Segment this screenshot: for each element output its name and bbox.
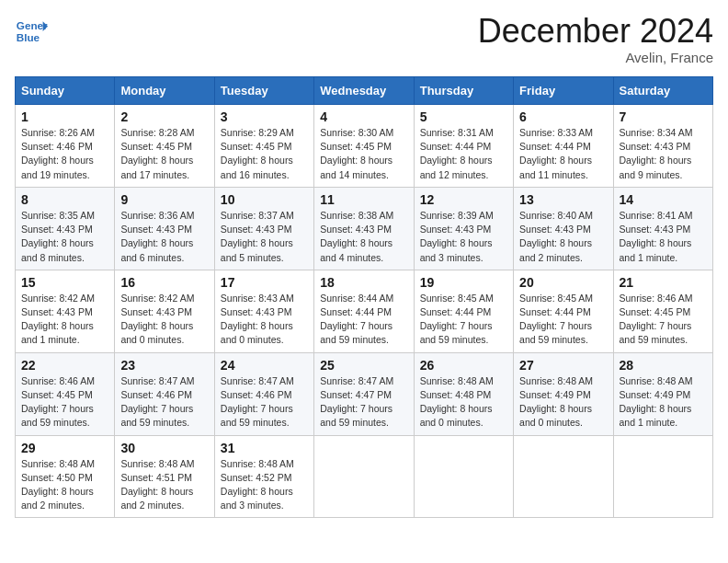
day-number: 9	[120, 192, 208, 207]
calendar-cell	[514, 435, 613, 518]
month-title: December 2024	[478, 15, 713, 48]
cell-info: Sunrise: 8:47 AMSunset: 4:47 PMDaylight:…	[320, 374, 407, 431]
week-row-1: 1Sunrise: 8:26 AMSunset: 4:46 PMDaylight…	[16, 105, 713, 188]
cell-info: Sunrise: 8:41 AMSunset: 4:43 PMDaylight:…	[620, 209, 707, 265]
cell-info: Sunrise: 8:37 AMSunset: 4:43 PMDaylight:…	[221, 209, 308, 265]
day-number: 11	[320, 192, 407, 207]
week-row-3: 15Sunrise: 8:42 AMSunset: 4:43 PMDayligh…	[16, 270, 713, 352]
calendar-cell: 19Sunrise: 8:45 AMSunset: 4:44 PMDayligh…	[414, 270, 513, 352]
cell-info: Sunrise: 8:36 AMSunset: 4:43 PMDaylight:…	[120, 209, 208, 265]
cell-info: Sunrise: 8:30 AMSunset: 4:45 PMDaylight:…	[320, 126, 407, 182]
calendar-cell: 23Sunrise: 8:47 AMSunset: 4:46 PMDayligh…	[115, 352, 214, 435]
calendar-cell: 1Sunrise: 8:26 AMSunset: 4:46 PMDaylight…	[16, 105, 115, 188]
logo-icon: General Blue	[15, 15, 48, 48]
cell-info: Sunrise: 8:48 AMSunset: 4:52 PMDaylight:…	[221, 457, 308, 513]
calendar-cell: 10Sunrise: 8:37 AMSunset: 4:43 PMDayligh…	[214, 187, 313, 270]
day-number: 19	[420, 275, 507, 290]
day-number: 3	[221, 109, 308, 124]
week-row-2: 8Sunrise: 8:35 AMSunset: 4:43 PMDaylight…	[16, 187, 713, 270]
cell-info: Sunrise: 8:48 AMSunset: 4:51 PMDaylight:…	[120, 457, 208, 513]
day-number: 2	[120, 109, 208, 124]
day-number: 22	[21, 358, 108, 373]
cell-info: Sunrise: 8:29 AMSunset: 4:45 PMDaylight:…	[221, 126, 308, 182]
calendar-cell: 2Sunrise: 8:28 AMSunset: 4:45 PMDaylight…	[115, 105, 214, 188]
cell-info: Sunrise: 8:42 AMSunset: 4:43 PMDaylight:…	[120, 292, 208, 348]
day-number: 18	[320, 275, 407, 290]
header-sunday: Sunday	[16, 77, 115, 105]
header-monday: Monday	[115, 77, 214, 105]
header-tuesday: Tuesday	[214, 77, 313, 105]
calendar-cell: 20Sunrise: 8:45 AMSunset: 4:44 PMDayligh…	[514, 270, 613, 352]
day-number: 13	[519, 192, 607, 207]
cell-info: Sunrise: 8:48 AMSunset: 4:48 PMDaylight:…	[420, 374, 507, 431]
day-number: 21	[620, 275, 707, 290]
cell-info: Sunrise: 8:44 AMSunset: 4:44 PMDaylight:…	[320, 292, 407, 348]
calendar-cell: 17Sunrise: 8:43 AMSunset: 4:43 PMDayligh…	[214, 270, 313, 352]
calendar-cell: 8Sunrise: 8:35 AMSunset: 4:43 PMDaylight…	[16, 187, 115, 270]
week-row-5: 29Sunrise: 8:48 AMSunset: 4:50 PMDayligh…	[16, 435, 713, 518]
calendar-cell: 3Sunrise: 8:29 AMSunset: 4:45 PMDaylight…	[214, 105, 313, 188]
day-number: 29	[21, 441, 108, 455]
week-row-4: 22Sunrise: 8:46 AMSunset: 4:45 PMDayligh…	[16, 352, 713, 435]
day-number: 26	[420, 358, 507, 373]
calendar-cell: 16Sunrise: 8:42 AMSunset: 4:43 PMDayligh…	[115, 270, 214, 352]
calendar-header: SundayMondayTuesdayWednesdayThursdayFrid…	[16, 77, 713, 105]
location: Avelin, France	[478, 50, 713, 65]
logo: General Blue	[15, 15, 48, 48]
calendar-cell	[314, 435, 414, 518]
calendar-table: SundayMondayTuesdayWednesdayThursdayFrid…	[15, 76, 713, 518]
calendar-cell: 30Sunrise: 8:48 AMSunset: 4:51 PMDayligh…	[115, 435, 214, 518]
day-number: 23	[120, 358, 208, 373]
cell-info: Sunrise: 8:34 AMSunset: 4:43 PMDaylight:…	[620, 126, 707, 182]
day-number: 31	[221, 441, 308, 455]
day-number: 24	[221, 358, 308, 373]
cell-info: Sunrise: 8:28 AMSunset: 4:45 PMDaylight:…	[120, 126, 208, 182]
cell-info: Sunrise: 8:46 AMSunset: 4:45 PMDaylight:…	[620, 292, 707, 348]
day-number: 14	[620, 192, 707, 207]
day-number: 16	[120, 275, 208, 290]
day-number: 7	[620, 109, 707, 124]
cell-info: Sunrise: 8:48 AMSunset: 4:49 PMDaylight:…	[519, 374, 607, 431]
calendar-cell: 14Sunrise: 8:41 AMSunset: 4:43 PMDayligh…	[613, 187, 712, 270]
day-number: 15	[21, 275, 108, 290]
calendar-cell: 25Sunrise: 8:47 AMSunset: 4:47 PMDayligh…	[314, 352, 414, 435]
day-number: 30	[120, 441, 208, 455]
calendar-cell: 31Sunrise: 8:48 AMSunset: 4:52 PMDayligh…	[214, 435, 313, 518]
calendar-cell: 27Sunrise: 8:48 AMSunset: 4:49 PMDayligh…	[514, 352, 613, 435]
cell-info: Sunrise: 8:40 AMSunset: 4:43 PMDaylight:…	[519, 209, 607, 265]
calendar-cell: 12Sunrise: 8:39 AMSunset: 4:43 PMDayligh…	[414, 187, 513, 270]
cell-info: Sunrise: 8:48 AMSunset: 4:49 PMDaylight:…	[620, 374, 707, 431]
page-header: General Blue December 2024 Avelin, Franc…	[15, 15, 713, 65]
calendar-cell: 11Sunrise: 8:38 AMSunset: 4:43 PMDayligh…	[314, 187, 414, 270]
calendar-cell: 4Sunrise: 8:30 AMSunset: 4:45 PMDaylight…	[314, 105, 414, 188]
calendar-cell: 9Sunrise: 8:36 AMSunset: 4:43 PMDaylight…	[115, 187, 214, 270]
cell-info: Sunrise: 8:47 AMSunset: 4:46 PMDaylight:…	[221, 374, 308, 431]
cell-info: Sunrise: 8:38 AMSunset: 4:43 PMDaylight:…	[320, 209, 407, 265]
cell-info: Sunrise: 8:39 AMSunset: 4:43 PMDaylight:…	[420, 209, 507, 265]
calendar-cell: 18Sunrise: 8:44 AMSunset: 4:44 PMDayligh…	[314, 270, 414, 352]
calendar-cell: 5Sunrise: 8:31 AMSunset: 4:44 PMDaylight…	[414, 105, 513, 188]
calendar-cell: 26Sunrise: 8:48 AMSunset: 4:48 PMDayligh…	[414, 352, 513, 435]
cell-info: Sunrise: 8:45 AMSunset: 4:44 PMDaylight:…	[420, 292, 507, 348]
calendar-cell: 24Sunrise: 8:47 AMSunset: 4:46 PMDayligh…	[214, 352, 313, 435]
calendar-cell: 21Sunrise: 8:46 AMSunset: 4:45 PMDayligh…	[613, 270, 712, 352]
day-number: 1	[21, 109, 108, 124]
title-area: December 2024 Avelin, France	[478, 15, 713, 65]
day-number: 5	[420, 109, 507, 124]
header-wednesday: Wednesday	[314, 77, 414, 105]
header-friday: Friday	[514, 77, 613, 105]
calendar-cell: 7Sunrise: 8:34 AMSunset: 4:43 PMDaylight…	[613, 105, 712, 188]
calendar-cell: 29Sunrise: 8:48 AMSunset: 4:50 PMDayligh…	[16, 435, 115, 518]
calendar-cell	[613, 435, 712, 518]
cell-info: Sunrise: 8:48 AMSunset: 4:50 PMDaylight:…	[21, 457, 108, 513]
day-number: 28	[620, 358, 707, 373]
cell-info: Sunrise: 8:26 AMSunset: 4:46 PMDaylight:…	[21, 126, 108, 182]
day-number: 12	[420, 192, 507, 207]
calendar-cell: 28Sunrise: 8:48 AMSunset: 4:49 PMDayligh…	[613, 352, 712, 435]
calendar-cell: 6Sunrise: 8:33 AMSunset: 4:44 PMDaylight…	[514, 105, 613, 188]
header-saturday: Saturday	[613, 77, 712, 105]
svg-text:Blue: Blue	[17, 31, 40, 43]
day-number: 20	[519, 275, 607, 290]
calendar-cell: 13Sunrise: 8:40 AMSunset: 4:43 PMDayligh…	[514, 187, 613, 270]
cell-info: Sunrise: 8:47 AMSunset: 4:46 PMDaylight:…	[120, 374, 208, 431]
